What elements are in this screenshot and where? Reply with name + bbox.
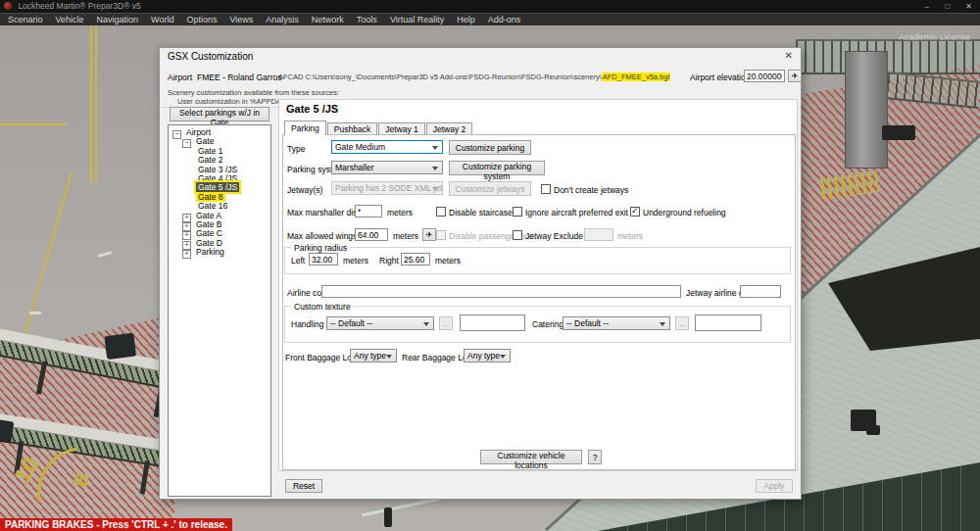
tree-item-label[interactable]: Parking [194, 247, 226, 257]
jetways-label: Jetway(s) [287, 185, 322, 195]
gsx-customization-dialog: GSX Customization ✕ Airport FMEE - Rolan… [159, 47, 802, 500]
afcad-file-highlighted: AFD_FMEE_v5a.bgl [602, 72, 670, 81]
max-marshaller-distance-input[interactable] [355, 205, 382, 217]
customize-vehicle-locations-button[interactable]: Customize vehicle locations [480, 450, 582, 464]
maximize-icon[interactable]: □ [945, 2, 950, 11]
parking-radius-title: Parking radius [291, 243, 350, 253]
disable-staircases-checkbox[interactable]: Disable staircases [436, 207, 516, 217]
airport-label: Airport [168, 72, 192, 82]
underground-refueling-checkbox[interactable]: Underground refueling [630, 207, 726, 217]
front-baggage-loader-combobox[interactable]: Any type [350, 349, 397, 362]
parking-tree: −Airport−GateGate 1Gate 2Gate 3 /JSGate … [168, 124, 271, 497]
handling-texture-combobox[interactable]: -- Default -- [326, 316, 434, 330]
type-combobox[interactable]: Gate Medium [331, 140, 443, 154]
dialog-close-icon[interactable]: ✕ [785, 50, 793, 61]
menu-navigation[interactable]: Navigation [97, 14, 139, 25]
chevron-down-icon [500, 355, 506, 359]
window-title: Lockheed Martin® Prepar3D® v5 [18, 1, 140, 11]
jetway-exclude-radius-input [584, 228, 613, 241]
handling-label: Handling [291, 319, 324, 329]
catering-texture-combobox[interactable]: -- Default -- [563, 316, 670, 330]
help-button[interactable]: ? [588, 450, 602, 464]
airport-elevation-label: Airport elevation [690, 72, 750, 82]
customize-parking-system-button[interactable]: Customize parking system [449, 161, 545, 175]
apply-button: Apply [756, 479, 793, 493]
apron-mark [98, 251, 112, 257]
dont-create-jetways-checkbox[interactable]: Don't create jetways [541, 184, 628, 195]
window-titlebar: Lockheed Martin® Prepar3D® v5 – □ ✕ [0, 0, 980, 13]
tab-parking[interactable]: Parking [284, 121, 326, 135]
meters-unit: meters [387, 208, 413, 217]
jetway-rotunda-tower [845, 51, 888, 169]
reset-button[interactable]: Reset [285, 479, 322, 493]
app-icon [4, 2, 12, 10]
taxi-line [90, 25, 92, 182]
menu-tools[interactable]: Tools [357, 14, 377, 25]
menu-vehicle[interactable]: Vehicle [56, 14, 84, 25]
select-parkings-button[interactable]: Select parkings w/J in Gate [170, 107, 270, 121]
catering-texture-input[interactable] [695, 314, 761, 331]
max-wingspan-input[interactable] [355, 228, 388, 241]
parking-brakes-status: PARKING BRAKES - Press 'CTRL + .' to rel… [0, 518, 232, 531]
chevron-down-icon [660, 322, 665, 326]
tab-strip: ParkingPushbackJetway 1Jetway 2 [284, 121, 473, 134]
tree-item-parking[interactable]: +Parking [169, 248, 270, 257]
customize-jetways-button: Customize jetways [449, 181, 531, 196]
screen: Lockheed Martin® Prepar3D® v5 – □ ✕ Scen… [0, 0, 980, 531]
scenery-note-line1: Scenery customization available from the… [168, 88, 339, 97]
jetway-airline-code-input[interactable] [740, 285, 781, 298]
afcad-path: AFCAD C:\Users\sony_\Documents\Prepar3D … [278, 72, 670, 81]
rear-baggage-loader-combobox[interactable]: Any type [464, 349, 511, 362]
wingspan-airplane-button[interactable]: ✈ [422, 228, 436, 241]
airport-elevation-input[interactable] [744, 70, 785, 82]
jetway-column [384, 507, 392, 527]
menu-virtual-reality[interactable]: Virtual Reality [390, 14, 444, 25]
custom-texture-group: Custom texture Handling -- Default -- ..… [284, 306, 791, 343]
right-radius-label: Right [379, 256, 399, 266]
handling-browse-button: ... [439, 316, 453, 330]
dialog-title: GSX Customization [160, 48, 801, 66]
meters-unit: meters [393, 231, 418, 241]
menu-help[interactable]: Help [457, 14, 475, 25]
menu-views[interactable]: Views [229, 14, 253, 25]
minimize-icon[interactable]: – [925, 2, 929, 11]
customize-parking-button[interactable]: Customize parking [449, 140, 531, 155]
menu-add-ons[interactable]: Add-ons [488, 14, 521, 25]
menu-scenario[interactable]: Scenario [8, 14, 43, 25]
taxi-line [0, 123, 67, 125]
menu-world[interactable]: World [151, 14, 173, 25]
tree-item-label[interactable]: Gate 5 /JS [196, 182, 239, 192]
airline-codes-input[interactable] [321, 285, 681, 298]
tree-item-label[interactable]: Gate C [194, 228, 224, 238]
jetway-cab [104, 333, 136, 360]
chevron-down-icon [432, 187, 438, 191]
ignore-preferred-exit-checkbox[interactable]: Ignore aircraft preferred exit [513, 207, 628, 217]
handling-texture-input[interactable] [460, 314, 525, 331]
elevation-airplane-button[interactable]: ✈ [788, 70, 802, 82]
expand-icon[interactable]: + [182, 250, 191, 259]
gate-panel: Gate 5 /JS ParkingPushbackJetway 1Jetway… [278, 99, 798, 471]
menu-bar: ScenarioVehicleNavigationWorldOptionsVie… [0, 13, 980, 25]
tree-item-label[interactable]: Gate 2 [196, 155, 225, 165]
tree-item-label[interactable]: Gate [194, 136, 216, 146]
right-radius-input[interactable] [401, 253, 430, 266]
gate-title: Gate 5 /JS [286, 103, 338, 115]
chevron-down-icon [423, 322, 429, 326]
meters-unit: meters [343, 256, 368, 266]
type-label: Type [287, 144, 305, 154]
jetways-combobox: Parking has 2 SODE XML jetways [331, 181, 443, 195]
chevron-down-icon [432, 167, 438, 170]
tree-item-airport[interactable]: −Airport [169, 128, 270, 137]
service-vehicle [882, 125, 915, 140]
left-radius-label: Left [291, 256, 305, 266]
left-radius-input[interactable] [309, 253, 338, 266]
airport-value: FMEE - Roland Garros [197, 72, 281, 82]
tree-item-label[interactable]: Gate 16 [196, 201, 229, 211]
parking-radius-group: Parking radius Left meters Right meters [284, 247, 791, 274]
custom-texture-title: Custom texture [291, 302, 354, 312]
close-icon[interactable]: ✕ [965, 2, 972, 11]
menu-network[interactable]: Network [312, 14, 344, 25]
menu-analysis[interactable]: Analysis [266, 14, 299, 25]
menu-options[interactable]: Options [186, 14, 217, 25]
parking-system-combobox[interactable]: Marshaller [331, 161, 443, 174]
